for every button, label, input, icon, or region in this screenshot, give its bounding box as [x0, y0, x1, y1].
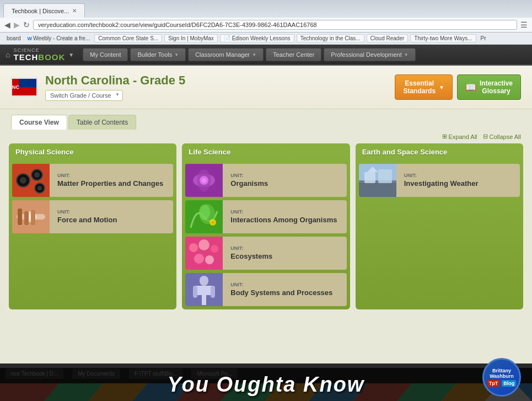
nav-builder-tools[interactable]: Builder Tools ▼ [130, 48, 186, 61]
unit-label-force: UNIT: [57, 209, 170, 215]
svg-point-116 [20, 177, 26, 184]
tab-close-icon[interactable]: ✕ [72, 8, 77, 14]
address-bar: ◀ ▶ ↻ veryeducation.com/techbook2:course… [0, 18, 532, 33]
unit-name-weather: Investigating Weather [404, 179, 517, 189]
unit-label-organisms: UNIT: [230, 173, 343, 178]
footer-tab-files[interactable]: F:\TPT stuff\Blo... [129, 368, 182, 379]
nav-builder-tools-label: Builder Tools [137, 51, 172, 58]
unit-thumb-ecosystems [185, 237, 223, 270]
nav-menu: My Content Builder Tools ▼ Classroom Man… [83, 48, 526, 61]
svg-text:NC: NC [12, 84, 19, 90]
course-title-area: NC North Carolina - Grade 5 Switch Grade… [11, 73, 185, 101]
tab-toc-label: Table of Contents [77, 119, 128, 126]
svg-rect-125 [24, 211, 29, 225]
expand-toolbar: ⊞ Expand All ⊟ Collapse All [0, 130, 532, 143]
earth-science-title: Earth and Space Science [356, 143, 523, 161]
bookmark-item[interactable]: W Weebly - Create a fre... [25, 35, 93, 42]
unit-label-body-systems: UNIT: [230, 282, 343, 287]
nav-classroom-manager[interactable]: Classroom Manager ▼ [188, 48, 264, 61]
menu-icon[interactable]: ☰ [520, 20, 528, 29]
classroom-dropdown-icon: ▼ [252, 52, 256, 57]
logo[interactable]: ⌂ SCIENCE TECHBOOK ▼ [6, 48, 74, 61]
bookmark-item[interactable]: Thirty-two More Ways... [410, 34, 476, 42]
unit-card-weather[interactable]: UNIT: Investigating Weather [359, 164, 520, 197]
bookmark-item[interactable]: Cloud Reader [367, 34, 409, 42]
svg-rect-144 [193, 286, 197, 298]
unit-card-force[interactable]: UNIT: Force and Motion [12, 200, 173, 233]
collapse-all-button[interactable]: ⊟ Collapse All [483, 133, 521, 140]
svg-point-118 [34, 172, 40, 178]
bookmark-item[interactable]: board [4, 35, 23, 42]
bookmark-item[interactable]: 📄 Edison Weekly Lessons [220, 34, 294, 42]
nav-teacher-center[interactable]: Teacher Center [266, 48, 321, 61]
tabs-area: Course View Table of Contents [0, 109, 532, 130]
sections-grid: Physical Science [0, 143, 532, 318]
nav-my-content-label: My Content [90, 51, 121, 58]
life-science-units: UNIT: Organisms [182, 161, 350, 309]
logo-techbook: TECHBOOK [13, 53, 65, 61]
unit-info-interactions: UNIT: Interactions Among Organisms [227, 207, 346, 227]
essential-standards-button[interactable]: EssentialStandards ▼ [395, 74, 453, 100]
unit-name-organisms: Organisms [230, 179, 343, 189]
footer-tab-techbook[interactable]: nce Techbook | D... [6, 368, 63, 379]
unit-info-weather: UNIT: Investigating Weather [401, 170, 520, 191]
home-icon[interactable]: ⌂ [6, 50, 10, 59]
tab-course-view[interactable]: Course View [11, 115, 67, 130]
logo-dropdown-icon[interactable]: ▼ [68, 52, 74, 58]
expand-icon: ⊞ [442, 133, 447, 140]
footer-tab-powerpoint[interactable]: Microsoft Po... [191, 368, 238, 379]
unit-thumb-matter [12, 164, 50, 197]
expand-all-button[interactable]: ⊞ Expand All [442, 133, 477, 140]
nav-professional-development-label: Professional Development [331, 51, 401, 58]
unit-card-matter[interactable]: UNIT: Matter Properties and Changes [12, 164, 173, 197]
svg-rect-112 [19, 78, 36, 87]
interactive-glossary-label: InteractiveGlossary [480, 79, 513, 95]
browser-tab[interactable]: Techbook | Discove... ✕ [3, 3, 85, 18]
tab-bar: Techbook | Discove... ✕ [0, 0, 532, 18]
nav-my-content[interactable]: My Content [83, 48, 128, 61]
browser-chrome: Techbook | Discove... ✕ ◀ ▶ ↻ veryeducat… [0, 0, 532, 45]
unit-label-ecosystems: UNIT: [230, 245, 343, 251]
bookmark-item[interactable]: Technology in the Clas... [297, 34, 364, 42]
svg-point-137 [189, 243, 198, 252]
nav-professional-development[interactable]: Professional Development ▼ [324, 48, 415, 61]
svg-point-120 [37, 186, 42, 190]
unit-card-organisms[interactable]: UNIT: Organisms [185, 164, 346, 197]
unit-thumb-organisms [185, 164, 223, 197]
builder-dropdown-icon: ▼ [174, 52, 179, 57]
glossary-icon: 📖 [465, 82, 476, 93]
bookmark-item[interactable]: Sign In | MobyMax [164, 34, 218, 42]
unit-name-force: Force and Motion [57, 216, 170, 225]
expand-all-label: Expand All [449, 133, 477, 140]
bookmark-item[interactable]: Pr [479, 35, 488, 42]
switch-grade-select[interactable]: Switch Grade / Course [45, 90, 123, 101]
svg-rect-126 [31, 210, 35, 225]
collapse-icon: ⊟ [483, 133, 488, 140]
back-icon[interactable]: ◀ [4, 20, 10, 29]
svg-point-140 [194, 254, 204, 264]
tab-table-of-contents[interactable]: Table of Contents [68, 115, 136, 130]
footer-tab-powerpoint-label: Microsoft Po... [197, 371, 232, 377]
unit-card-interactions[interactable]: UNIT: Interactions Among Organisms [185, 200, 346, 233]
essential-dropdown-icon: ▼ [439, 84, 444, 90]
interactive-glossary-button[interactable]: 📖 InteractiveGlossary [457, 74, 521, 100]
unit-info-organisms: UNIT: Organisms [227, 170, 346, 191]
switch-grade-wrapper[interactable]: Switch Grade / Course [45, 88, 123, 101]
reload-icon[interactable]: ↻ [23, 20, 30, 29]
footer-tab-documents-label: My Documents [78, 371, 115, 377]
svg-point-141 [205, 255, 214, 264]
svg-point-134 [199, 205, 210, 220]
svg-rect-124 [18, 208, 22, 225]
bookmark-item[interactable]: Common Core State S... [94, 34, 162, 42]
unit-label-interactions: UNIT: [230, 209, 343, 215]
unit-card-body-systems[interactable]: UNIT: Body Systems and Processes [185, 273, 346, 306]
state-flag: NC [11, 78, 37, 97]
url-field[interactable]: veryeducation.com/techbook2:course/view/… [33, 20, 517, 30]
unit-name-matter: Matter Properties and Changes [57, 179, 170, 189]
footer-tab-documents[interactable]: My Documents [72, 368, 120, 379]
unit-card-ecosystems[interactable]: UNIT: Ecosystems [185, 237, 346, 270]
forward-icon[interactable]: ▶ [14, 20, 20, 29]
life-science-section: Life Science [182, 143, 350, 309]
footer-tab-techbook-label: nce Techbook | D... [11, 371, 58, 377]
unit-info-ecosystems: UNIT: Ecosystems [227, 243, 346, 264]
